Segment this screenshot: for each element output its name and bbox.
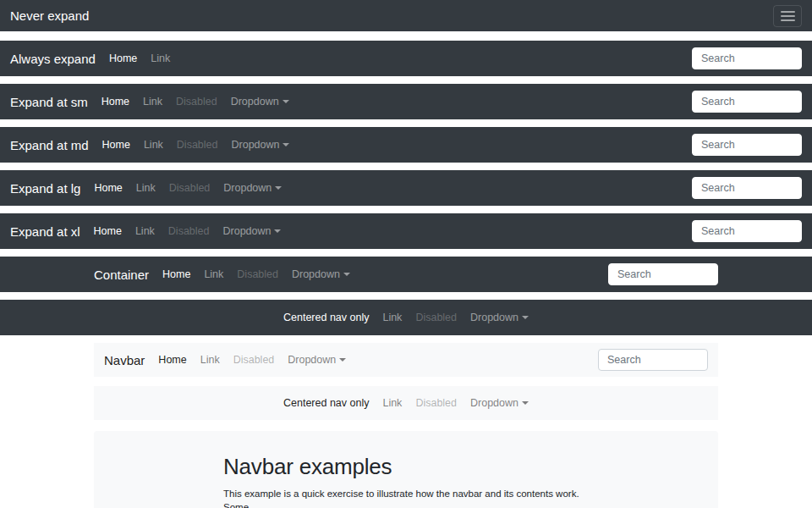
navbar-never-expand: Never expand [0, 0, 812, 31]
nav-links: Home Link Disabled Dropdown [87, 225, 288, 237]
nav-link-link[interactable]: Link [129, 182, 162, 194]
nav-link-disabled: Disabled [170, 139, 225, 151]
navbar-brand[interactable]: Expand at lg [10, 181, 80, 196]
jumbotron: Navbar examples This example is a quick … [94, 431, 718, 508]
nav-dropdown-toggle[interactable]: Dropdown [285, 268, 357, 280]
caret-down-icon [522, 401, 529, 405]
navbar-brand[interactable]: Always expand [10, 52, 96, 66]
search-input[interactable] [598, 349, 708, 371]
nav-link-link[interactable]: Link [137, 139, 170, 151]
page-container: Navbar Home Link Disabled Dropdown Cente… [94, 343, 718, 508]
nav-link-disabled: Disabled [409, 312, 464, 323]
nav-link-link[interactable]: Link [129, 225, 162, 237]
nav-link-link[interactable]: Link [197, 268, 230, 280]
jumbotron-content: Navbar examples This example is a quick … [223, 431, 606, 508]
nav-dropdown-toggle[interactable]: Dropdown [224, 96, 296, 108]
nav-link-link[interactable]: Link [376, 312, 409, 323]
navbar-brand[interactable]: Expand at xl [10, 224, 80, 239]
caret-down-icon [343, 273, 350, 276]
nav-links: Home Link Disabled Dropdown [156, 268, 357, 280]
nav-link-disabled: Disabled [409, 397, 464, 409]
nav-link-home[interactable]: Home [156, 268, 197, 280]
caret-down-icon [283, 143, 289, 146]
navbar-container-inner: Container Home Link Disabled Dropdown [94, 257, 718, 292]
nav-link-home[interactable]: Home [95, 96, 136, 108]
nav-link-home[interactable]: Home [151, 354, 193, 366]
nav-link-link[interactable]: Link [144, 52, 177, 64]
caret-down-icon [522, 316, 529, 319]
navbar-brand[interactable]: Never expand [10, 8, 89, 23]
navbar-toggler-button[interactable] [773, 5, 802, 27]
navbar-expand-md: Expand at md Home Link Disabled Dropdown [0, 127, 812, 163]
nav-links: Home Link Disabled Dropdown [95, 96, 296, 108]
nav-dropdown-toggle[interactable]: Dropdown [216, 225, 288, 237]
navbar-expand-sm: Expand at sm Home Link Disabled Dropdown [0, 84, 812, 119]
nav-links: Home Link Disabled Dropdown [87, 182, 288, 194]
navbar-light: Navbar Home Link Disabled Dropdown [94, 343, 718, 377]
nav-link-centered-nav-only[interactable]: Centered nav only [277, 312, 376, 323]
navbar-brand[interactable]: Expand at md [10, 138, 89, 152]
search-input[interactable] [608, 263, 718, 285]
caret-down-icon [275, 186, 282, 190]
search-input[interactable] [692, 91, 802, 113]
nav-links: Home Link [102, 52, 177, 64]
nav-link-disabled: Disabled [162, 182, 217, 194]
nav-link-home[interactable]: Home [102, 52, 144, 64]
nav-link-home[interactable]: Home [87, 182, 129, 194]
intro-line-1: This example is a quick exercise to illu… [223, 488, 606, 508]
caret-down-icon [283, 100, 289, 103]
nav-dropdown-toggle[interactable]: Dropdown [464, 397, 535, 409]
navbar-expand-xl: Expand at xl Home Link Disabled Dropdown [0, 213, 812, 249]
nav-link-disabled: Disabled [227, 354, 282, 366]
nav-dropdown-toggle[interactable]: Dropdown [464, 312, 535, 323]
search-input[interactable] [692, 47, 802, 69]
nav-links: Centered nav only Link Disabled Dropdown [277, 312, 535, 323]
navbar-always-expand: Always expand Home Link [0, 41, 812, 76]
search-input[interactable] [692, 177, 802, 199]
nav-link-centered-nav-only[interactable]: Centered nav only [277, 397, 376, 409]
navbar-centered-light: Centered nav only Link Disabled Dropdown [94, 386, 718, 420]
hamburger-icon [781, 11, 795, 13]
nav-links: Centered nav only Link Disabled Dropdown [277, 397, 535, 409]
nav-link-disabled: Disabled [162, 225, 217, 237]
nav-dropdown-toggle[interactable]: Dropdown [217, 182, 288, 194]
search-input[interactable] [692, 134, 802, 156]
nav-link-disabled: Disabled [169, 96, 224, 108]
navbar-brand[interactable]: Container [94, 268, 149, 282]
nav-link-home[interactable]: Home [96, 139, 137, 151]
caret-down-icon [274, 229, 281, 233]
intro-paragraph: This example is a quick exercise to illu… [223, 488, 606, 508]
page-title: Navbar examples [223, 454, 606, 480]
nav-links: Home Link Disabled Dropdown [151, 354, 353, 366]
nav-dropdown-toggle[interactable]: Dropdown [281, 354, 353, 366]
nav-link-disabled: Disabled [230, 268, 285, 280]
navbar-brand[interactable]: Navbar [104, 353, 145, 367]
navbar-expand-lg: Expand at lg Home Link Disabled Dropdown [0, 170, 812, 206]
navbar-centered-dark: Centered nav only Link Disabled Dropdown [0, 300, 812, 335]
nav-links: Home Link Disabled Dropdown [96, 139, 297, 151]
navbar-container: Container Home Link Disabled Dropdown [0, 257, 812, 292]
navbar-brand[interactable]: Expand at sm [10, 95, 88, 109]
nav-link-link[interactable]: Link [376, 397, 409, 409]
search-input[interactable] [692, 220, 802, 242]
nav-link-link[interactable]: Link [136, 96, 169, 108]
caret-down-icon [339, 358, 346, 362]
nav-link-home[interactable]: Home [87, 225, 129, 237]
nav-dropdown-toggle[interactable]: Dropdown [224, 139, 296, 151]
nav-link-link[interactable]: Link [194, 354, 227, 366]
